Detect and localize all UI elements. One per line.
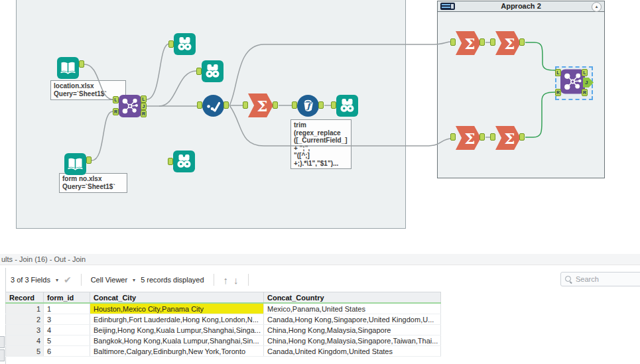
join-input-anchor-right[interactable]: R — [113, 108, 119, 115]
fields-dropdown[interactable]: 3 of 3 Fields — [11, 276, 50, 284]
join-input-anchor-left[interactable]: L — [113, 96, 119, 103]
input-data-tool-form-no[interactable] — [64, 153, 86, 176]
input-data-tool-location[interactable] — [57, 57, 79, 80]
output-anchor[interactable] — [519, 133, 525, 141]
browse-tool-1[interactable] — [174, 33, 196, 56]
record-number-cell[interactable]: 1 — [6, 303, 44, 314]
record-number-cell[interactable]: 5 — [6, 346, 44, 357]
table-row[interactable]: 11Houston,Mexico City,Panama CityMexico,… — [6, 303, 441, 314]
output-anchor[interactable] — [480, 133, 485, 141]
input-anchor[interactable] — [450, 38, 456, 46]
data-cell[interactable]: Canada,Hong Kong,Singapore,United Kingdo… — [263, 314, 440, 325]
join-output-anchor-left[interactable]: L — [141, 95, 147, 103]
data-cell[interactable]: 1 — [44, 303, 90, 314]
select-icon — [202, 95, 224, 117]
input-anchor[interactable] — [490, 133, 495, 141]
alteryx-designer-view: { "colors": { "tool_teal": "#0a9f8f", "t… — [0, 0, 640, 364]
results-table[interactable]: Recordform_idConcat_CityConcat_Country 1… — [5, 292, 441, 357]
output-anchor[interactable] — [79, 60, 84, 68]
summarize-icon: Σ — [495, 31, 521, 55]
sigma-glyph: Σ — [257, 97, 267, 115]
select-tool[interactable] — [202, 95, 224, 118]
join-input-anchor-left[interactable]: L — [555, 69, 561, 76]
record-number-cell[interactable]: 4 — [6, 335, 44, 346]
summarize-tool-b2[interactable]: Σ — [495, 126, 521, 150]
records-displayed-label: 5 records displayed — [141, 276, 204, 284]
column-header[interactable]: Concat_Country — [263, 292, 440, 304]
search-placeholder: Search — [576, 275, 599, 283]
data-cell[interactable]: China,Hong Kong,Malaysia,Singapore — [263, 325, 440, 335]
data-cell[interactable]: Baltimore,Calgary,Edinburgh,New York,Tor… — [90, 346, 264, 357]
join-tool[interactable] — [119, 95, 141, 119]
data-cell[interactable]: Mexico,Panama,United States — [263, 303, 440, 314]
data-cell[interactable]: China,Hong Kong,Malaysia,Singapore,Taiwa… — [263, 335, 440, 346]
column-header[interactable]: form_id — [44, 292, 90, 304]
data-cell[interactable]: 6 — [44, 346, 90, 357]
input-anchor[interactable] — [331, 101, 336, 109]
data-cell[interactable]: 5 — [44, 335, 90, 346]
input-anchor[interactable] — [196, 68, 202, 75]
join-input-anchor-right[interactable]: R — [555, 89, 561, 96]
output-anchor[interactable] — [224, 101, 229, 109]
table-row[interactable]: 45Bangkok,Hong Kong,Kuala Lumpur,Shangha… — [6, 335, 441, 346]
input-anchor[interactable] — [292, 101, 297, 109]
table-header-row: Recordform_idConcat_CityConcat_Country — [6, 292, 441, 304]
column-header[interactable]: Concat_City — [90, 292, 264, 304]
summarize-tool-a1[interactable]: Σ — [456, 31, 481, 55]
container-collapse-button[interactable]: ▴ — [592, 2, 602, 12]
search-box[interactable]: Search — [560, 272, 640, 286]
side-panel-fragment — [0, 336, 5, 348]
join-output-anchor-join[interactable]: J — [141, 103, 147, 110]
join-output-anchor-left[interactable]: L — [582, 69, 588, 76]
output-anchor[interactable] — [480, 38, 485, 46]
data-cell[interactable]: Bangkok,Hong Kong,Kuala Lumpur,Shanghai,… — [90, 335, 264, 346]
input-anchor[interactable] — [243, 101, 248, 109]
toolbar-separator — [248, 274, 249, 286]
input-data-icon — [64, 153, 86, 175]
join-output-anchor-right[interactable]: R — [141, 110, 147, 117]
record-number-cell[interactable]: 2 — [6, 314, 44, 325]
annotation-line: "([^;] — [294, 152, 348, 160]
input-anchor[interactable] — [168, 158, 173, 165]
output-anchor[interactable] — [273, 101, 278, 109]
data-cell[interactable]: Canada,United Kingdom,United States — [263, 346, 440, 357]
scroll-down-icon[interactable]: ↓ — [233, 274, 239, 286]
input-anchor[interactable] — [168, 40, 174, 48]
summarize-tool-a2[interactable]: Σ — [495, 31, 521, 55]
annotation-trim-formula[interactable]: trim (regex_replace ([_CurrentField_] + … — [290, 119, 352, 169]
annotation-line: (regex_replace — [294, 129, 348, 137]
input-anchor[interactable] — [490, 38, 495, 46]
column-header[interactable]: Record — [6, 292, 44, 304]
table-row[interactable]: 34Beijing,Hong Kong,Kuala Lumpur,Shangha… — [6, 325, 441, 335]
output-anchor[interactable] — [519, 38, 525, 46]
browse-tool-3[interactable] — [173, 151, 195, 174]
container-header[interactable]: Approach 2 ▴ — [438, 1, 604, 12]
summarize-tool-b1[interactable]: Σ — [456, 126, 481, 150]
sigma-glyph: Σ — [504, 129, 515, 147]
table-row[interactable]: 56Baltimore,Calgary,Edinburgh,New York,T… — [6, 346, 441, 357]
multi-field-formula-tool[interactable]: ƒ — [297, 95, 319, 118]
output-anchor[interactable] — [86, 156, 92, 164]
chevron-down-icon[interactable]: ▾ — [56, 277, 58, 283]
join-output-anchor-right[interactable]: R — [582, 89, 588, 96]
data-cell[interactable]: Edinburgh,Fort Lauderdale,Hong Kong,Lond… — [90, 314, 264, 325]
apply-check-icon[interactable]: ✔ — [64, 274, 72, 285]
data-cell[interactable]: 3 — [44, 314, 90, 325]
chevron-down-icon[interactable]: ▾ — [133, 277, 135, 283]
data-cell[interactable]: Houston,Mexico City,Panama City — [90, 303, 264, 314]
browse-tool-2[interactable] — [202, 60, 224, 84]
scroll-up-icon[interactable]: ↑ — [224, 274, 229, 286]
browse-icon — [202, 60, 224, 82]
data-cell[interactable]: Beijing,Hong Kong,Kuala Lumpur,Shanghai,… — [90, 325, 264, 335]
data-cell[interactable]: 4 — [44, 325, 90, 335]
record-number-cell[interactable]: 3 — [6, 325, 44, 335]
browse-tool-4[interactable] — [336, 95, 358, 118]
input-anchor[interactable] — [197, 101, 202, 109]
cell-viewer-dropdown[interactable]: Cell Viewer — [91, 276, 127, 284]
input-anchor[interactable] — [450, 133, 456, 141]
table-row[interactable]: 23Edinburgh,Fort Lauderdale,Hong Kong,Lo… — [6, 314, 441, 325]
sigma-glyph: Σ — [504, 34, 515, 52]
summarize-tool[interactable]: Σ — [248, 93, 273, 117]
output-anchor[interactable] — [318, 101, 324, 109]
input-data-icon — [57, 57, 79, 79]
